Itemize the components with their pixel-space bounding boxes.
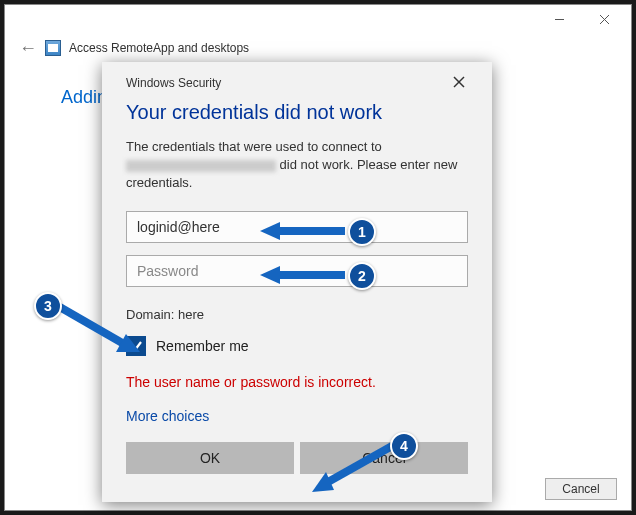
annotation-circle-1: 1 [348,218,376,246]
parent-title: Access RemoteApp and desktops [69,41,249,55]
cancel-button[interactable]: Cancel [300,442,468,474]
windows-security-dialog: Windows Security Your credentials did no… [102,62,492,502]
more-choices-link[interactable]: More choices [126,408,468,424]
password-input[interactable] [126,255,468,287]
parent-titlebar [5,5,631,33]
error-message: The user name or password is incorrect. [126,374,468,390]
close-button[interactable] [582,5,627,33]
dialog-description: The credentials that were used to connec… [126,138,468,193]
dialog-heading: Your credentials did not work [126,101,468,124]
annotation-circle-2: 2 [348,262,376,290]
remember-me-label: Remember me [156,338,249,354]
username-input[interactable] [126,211,468,243]
ok-button[interactable]: OK [126,442,294,474]
minimize-button[interactable] [537,5,582,33]
annotation-circle-4: 4 [390,432,418,460]
back-arrow-icon[interactable]: ← [19,38,37,59]
parent-header: ← Access RemoteApp and desktops [5,33,631,63]
dialog-title: Windows Security [126,76,221,90]
dialog-close-button[interactable] [450,74,468,91]
parent-cancel-button[interactable]: Cancel [545,478,617,500]
remember-me-checkbox[interactable] [126,336,146,356]
remoteapp-folder-icon [45,40,61,56]
annotation-circle-3: 3 [34,292,62,320]
redacted-hostname [126,160,276,172]
domain-label: Domain: here [126,307,468,322]
